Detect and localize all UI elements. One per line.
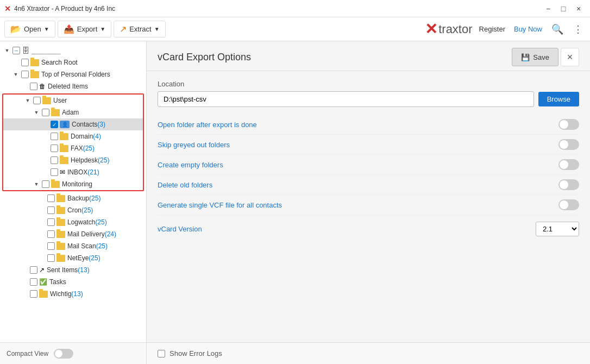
tree-item-top-personal[interactable]: ▼ Top of Personal Folders	[0, 68, 146, 80]
location-group: Location Browse	[158, 80, 579, 107]
sidebar-tree: ▼ ─ 🗄 ________ Search Root ▼ Top of Pers…	[0, 41, 146, 342]
expand-icon-root: ▼	[3, 47, 11, 54]
save-icon: 💾	[521, 53, 530, 61]
checkbox-wichtig[interactable]	[30, 290, 37, 298]
searchroot-label: Search Root	[41, 59, 78, 66]
tree-item-fax[interactable]: FAX (25)	[3, 142, 143, 154]
checkbox-mailscan[interactable]	[47, 242, 55, 250]
deleted-label: Deleted Items	[48, 83, 88, 90]
tree-item-root[interactable]: ▼ ─ 🗄 ________	[0, 45, 146, 57]
tree-item-cron[interactable]: Cron (25)	[0, 204, 146, 216]
checkbox-fax[interactable]	[51, 145, 58, 152]
main-layout: ▼ ─ 🗄 ________ Search Root ▼ Top of Pers…	[0, 41, 590, 364]
register-link[interactable]: Register	[479, 25, 505, 33]
toolbar-links: Register Buy Now	[479, 25, 542, 33]
checkbox-adam[interactable]	[42, 109, 49, 116]
export-icon: 📤	[64, 24, 74, 34]
expand-icon-domain	[41, 133, 49, 140]
checkbox-tasks[interactable]	[30, 278, 37, 286]
backup-label: Backup	[67, 194, 89, 202]
backup-count: (25)	[89, 194, 101, 202]
folder-icon-logwatch	[57, 219, 65, 226]
checkbox-neteye[interactable]	[47, 254, 55, 262]
delete-old-toggle[interactable]	[558, 179, 579, 190]
contacts-icon: 👤	[60, 121, 70, 128]
expand-icon-helpdesk	[41, 156, 49, 164]
checkbox-backup[interactable]	[47, 194, 55, 202]
checkbox-domain[interactable]	[51, 133, 58, 140]
checkbox-top-personal[interactable]	[21, 71, 29, 78]
tree-item-neteye[interactable]: NetEye (25)	[0, 252, 146, 264]
show-error-checkbox[interactable]	[158, 350, 165, 357]
version-select[interactable]: 2.1 3.0 4.0	[536, 222, 579, 236]
buy-now-link[interactable]: Buy Now	[514, 25, 542, 33]
compact-view-label: Compact View	[7, 350, 48, 357]
checkbox-inbox[interactable]	[51, 168, 58, 176]
checkbox-cron[interactable]	[47, 206, 55, 214]
extract-dropdown-icon: ▼	[154, 26, 160, 32]
checkbox-logwatch[interactable]	[47, 218, 55, 226]
tree-item-user[interactable]: ▼ User	[3, 95, 143, 106]
tree-item-tasks[interactable]: ✅ Tasks	[0, 276, 146, 288]
tree-item-adam[interactable]: ▼ Adam	[3, 106, 143, 118]
tree-item-logwatch[interactable]: Logwatch (25)	[0, 216, 146, 228]
checkbox-sentitems[interactable]	[30, 266, 37, 274]
tree-item-mailscan[interactable]: Mail Scan (25)	[0, 240, 146, 252]
extract-button[interactable]: ↗ Extract ▼	[114, 21, 165, 37]
folder-icon-helpdesk	[60, 157, 68, 164]
expand-icon-maildelivery	[38, 230, 46, 238]
checkbox-monitoring[interactable]	[42, 180, 49, 188]
tree-item-backup[interactable]: Backup (25)	[0, 192, 146, 204]
more-options-button[interactable]: ⋮	[570, 22, 586, 36]
expand-icon-fax	[41, 145, 49, 152]
bottom-bar: Show Error Logs	[147, 342, 590, 364]
inbox-label: INBOX	[67, 168, 87, 176]
tree-item-inbox[interactable]: ✉ INBOX (21)	[3, 166, 143, 178]
tree-item-maildelivery[interactable]: Mail Delivery (24)	[0, 228, 146, 240]
skip-greyed-toggle[interactable]	[558, 139, 579, 150]
checkbox-user[interactable]	[33, 97, 41, 104]
maximize-button[interactable]: □	[556, 3, 570, 14]
minimize-button[interactable]: −	[541, 3, 555, 14]
search-toolbar-button[interactable]: 🔍	[549, 22, 566, 36]
wichtig-label: Wichtig	[50, 290, 71, 298]
checkbox-searchroot[interactable]	[21, 59, 29, 66]
tree-item-searchroot[interactable]: Search Root	[0, 57, 146, 68]
tree-item-helpdesk[interactable]: Helpdesk (25)	[3, 154, 143, 166]
title-bar: ✕ 4n6 Xtraxtor - A Product by 4n6 Inc − …	[0, 0, 590, 17]
cron-count: (25)	[81, 206, 93, 214]
tree-item-domain[interactable]: Domain (4)	[3, 130, 143, 142]
sidebar-bottom: Compact View	[0, 342, 146, 364]
tree-item-wichtig[interactable]: Wichtig (13)	[0, 288, 146, 300]
open-button[interactable]: 📂 Open ▼	[4, 21, 55, 37]
location-input[interactable]	[158, 91, 534, 107]
vcard-actions: 💾 Save ×	[512, 48, 579, 66]
tree-item-monitoring[interactable]: ▼ Monitoring	[3, 178, 143, 190]
trash-icon: 🗑	[39, 83, 46, 90]
open-folder-toggle[interactable]	[558, 119, 579, 130]
browse-button[interactable]: Browse	[538, 92, 579, 106]
single-vcf-toggle[interactable]	[558, 199, 579, 210]
tasks-icon: ✅	[39, 278, 47, 286]
create-empty-toggle[interactable]	[558, 159, 579, 170]
checkbox-helpdesk[interactable]	[51, 156, 58, 164]
tree-item-contacts[interactable]: ✓ 👤 Contacts (3)	[3, 118, 143, 130]
export-button[interactable]: 📤 Export ▼	[58, 21, 111, 37]
checkbox-root[interactable]: ─	[12, 47, 20, 54]
save-button[interactable]: 💾 Save	[512, 48, 558, 66]
close-window-button[interactable]: ×	[572, 3, 586, 14]
tree-item-deleted[interactable]: 🗑 Deleted Items	[0, 80, 146, 92]
fax-label: FAX	[71, 145, 83, 152]
toggle-knob-single-vcf	[560, 200, 568, 209]
checkbox-maildelivery[interactable]	[47, 230, 55, 238]
expand-icon-neteye	[38, 254, 46, 262]
folder-icon-fax	[60, 145, 68, 152]
app-logo: ✕ traxtor	[425, 20, 472, 38]
vcard-close-button[interactable]: ×	[561, 48, 579, 66]
tree-item-sentitems[interactable]: ↗ Sent Items (13)	[0, 264, 146, 276]
checkbox-contacts[interactable]: ✓	[51, 121, 58, 128]
wichtig-count: (13)	[71, 290, 83, 298]
expand-icon-adam: ▼	[33, 109, 40, 116]
compact-view-toggle[interactable]	[54, 349, 73, 359]
checkbox-deleted[interactable]	[30, 83, 37, 90]
